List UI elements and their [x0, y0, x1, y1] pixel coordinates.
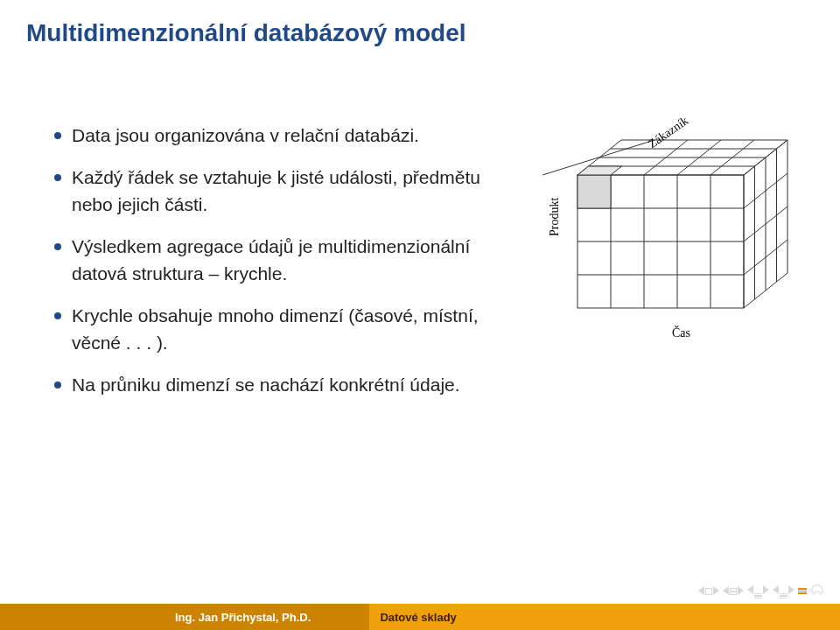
cube-diagram: Produkt Čas Zákazník [542, 114, 805, 359]
nav-outline-icon[interactable] [798, 588, 807, 594]
svg-rect-23 [578, 175, 611, 208]
slide-title: Multidimenzionální databázový model [26, 19, 466, 47]
nav-back-icon[interactable] [810, 584, 824, 598]
footer-author: Ing. Jan Přichystal, Ph.D. [0, 604, 369, 630]
bullet-item: Krychle obsahuje mnoho dimenzí (časové, … [52, 303, 508, 356]
bullet-item: Na průniku dimenzí se nachází konkrétní … [52, 372, 508, 398]
svg-marker-24 [578, 166, 622, 175]
nav-prev-frame-icon[interactable] [723, 584, 744, 598]
bullet-item: Výsledkem agregace údajů je multidimenzi… [52, 234, 508, 287]
beamer-nav [698, 584, 824, 598]
content-area: Data jsou organizována v relační databáz… [52, 122, 508, 415]
nav-section-icon[interactable] [747, 584, 769, 598]
bullet-item: Každý řádek se vztahuje k jisté události… [52, 164, 508, 218]
nav-subsection-icon[interactable] [773, 584, 794, 598]
footer-topic: Datové sklady [369, 604, 840, 630]
footer-bar: Ing. Jan Přichystal, Ph.D. Datové sklady [0, 604, 840, 630]
bullet-item: Data jsou organizována v relační databáz… [52, 122, 508, 149]
cube-axis-y: Produkt [548, 198, 562, 236]
cube-axis-x: Čas [672, 326, 690, 340]
bullet-list: Data jsou organizována v relační databáz… [52, 122, 508, 399]
nav-prev-slide-icon[interactable] [698, 584, 719, 598]
